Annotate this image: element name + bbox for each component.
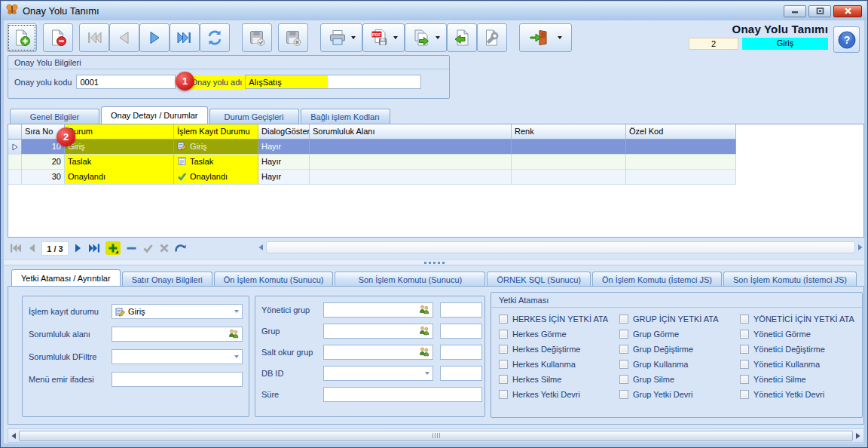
cell-islem-kayit[interactable]: Onaylandı xyxy=(174,170,258,185)
cell-dialog-goster[interactable]: Hayır xyxy=(258,155,310,170)
checkbox-grup-silme[interactable]: Grup Silme xyxy=(619,375,740,384)
col-renk[interactable]: Renk xyxy=(512,124,626,140)
exit-button[interactable] xyxy=(519,23,572,52)
save-button[interactable] xyxy=(242,23,272,52)
checkbox-yonetici-icin-yetki-ata[interactable]: YÖNETİCİ İÇİN YETKİ ATA xyxy=(740,315,859,324)
pdf-export-button[interactable]: PDF xyxy=(362,23,405,52)
import-button[interactable] xyxy=(447,23,477,52)
salt-okur-grup-input[interactable] xyxy=(323,345,433,360)
grid-row-giris[interactable]: 10 Giriş Giriş Hayır xyxy=(8,140,863,155)
scroll-right-icon[interactable] xyxy=(854,431,862,440)
grid-horizontal-scrollbar[interactable] xyxy=(257,240,864,255)
tab-on-islem-komutu-istemci-js[interactable]: Ön İşlem Komutu (İstemci JS) xyxy=(592,272,722,287)
cell-sorumluluk-alani[interactable] xyxy=(310,140,512,155)
grid-row-taslak[interactable]: 20 Taslak Taslak Hayır xyxy=(8,155,863,170)
checkbox-herkes-yetki-devri[interactable]: Herkes Yetki Devri xyxy=(499,390,619,399)
nav-refresh-icon[interactable] xyxy=(175,243,187,253)
delete-record-button[interactable] xyxy=(43,23,73,52)
scroll-track[interactable] xyxy=(266,241,855,253)
cell-durum[interactable]: Giriş xyxy=(65,140,174,155)
col-ozel-kod[interactable]: Özel Kod xyxy=(626,124,736,140)
copy-export-button[interactable] xyxy=(405,23,447,52)
grup-input[interactable] xyxy=(323,324,433,339)
cell-ozel-kod[interactable] xyxy=(626,170,736,185)
checkbox-yonetici-silme[interactable]: Yönetici Silme xyxy=(740,375,859,384)
maximize-button[interactable] xyxy=(808,5,831,17)
sorumluluk-alani-input[interactable] xyxy=(112,327,243,342)
cell-durum[interactable]: Onaylandı xyxy=(65,170,174,185)
checkbox-yonetici-kullanma[interactable]: Yönetici Kullanma xyxy=(740,360,859,369)
cell-islem-kayit[interactable]: Giriş xyxy=(174,140,258,155)
islem-kayit-durumu-combo[interactable]: Giriş xyxy=(112,304,243,319)
scroll-right-icon[interactable] xyxy=(857,243,864,252)
yonetici-grup-id-input[interactable] xyxy=(440,302,482,318)
col-durum[interactable]: Durum xyxy=(65,124,174,140)
tab-son-islem-komutu-sunucu[interactable]: Son İşlem Komutu (Sunucu) xyxy=(335,272,485,287)
tab-genel-bilgiler[interactable]: Genel Bilgiler xyxy=(10,109,99,124)
yonetici-grup-input[interactable] xyxy=(323,302,433,318)
cell-renk[interactable] xyxy=(512,170,626,185)
nav-delete-row-icon[interactable] xyxy=(126,243,137,253)
next-record-button[interactable] xyxy=(139,23,170,52)
checkbox-grup-yetki-devri[interactable]: Grup Yetki Devri xyxy=(619,390,740,399)
tab-son-islem-komutu-istemci-js[interactable]: Son İşlem Komutu (İstemci JS) xyxy=(723,272,857,287)
nav-first-icon[interactable] xyxy=(10,243,22,253)
nav-confirm-icon[interactable] xyxy=(142,243,154,253)
checkbox-grup-degistirme[interactable]: Grup Değiştirme xyxy=(619,345,740,354)
nav-add-row-icon[interactable] xyxy=(105,241,121,255)
tab-onay-detayi-durumlar[interactable]: Onay Detayı / Durumlar xyxy=(101,106,208,124)
tab-bagli-islem-kodlari[interactable]: Bağlı işlem Kodları xyxy=(301,109,390,124)
checkbox-herkes-degistirme[interactable]: Herkes Değiştirme xyxy=(499,345,619,354)
cell-dialog-goster[interactable]: Hayır xyxy=(258,170,310,185)
cell-renk[interactable] xyxy=(512,155,626,170)
users-lookup-icon[interactable] xyxy=(419,305,429,316)
refresh-button[interactable] xyxy=(200,23,230,52)
checkbox-herkes-icin-yetki-ata[interactable]: HERKES İÇİN YETKİ ATA xyxy=(499,315,619,324)
scrollbar-thumb[interactable] xyxy=(19,431,853,441)
panel-splitter[interactable] xyxy=(4,259,864,265)
checkbox-yonetici-degistirme[interactable]: Yönetici Değiştirme xyxy=(740,345,859,354)
salt-okur-grup-id-input[interactable] xyxy=(440,345,482,360)
print-button[interactable] xyxy=(320,23,362,52)
last-record-button[interactable] xyxy=(170,23,200,52)
cell-durum[interactable]: Taslak xyxy=(65,155,174,170)
nav-previous-icon[interactable] xyxy=(27,243,36,253)
sure-input[interactable] xyxy=(323,387,482,402)
tab-on-islem-komutu-sunucu[interactable]: Ön İşlem Komutu (Sunucu) xyxy=(214,272,334,287)
checkbox-herkes-silme[interactable]: Herkes Silme xyxy=(499,375,619,384)
nav-last-icon[interactable] xyxy=(88,243,100,253)
new-record-button[interactable] xyxy=(7,23,37,52)
cell-ozel-kod[interactable] xyxy=(626,155,736,170)
first-record-button[interactable] xyxy=(79,23,109,52)
menu-emir-ifadesi-input[interactable] xyxy=(112,372,243,387)
nav-next-icon[interactable] xyxy=(74,243,83,253)
grid-row-onaylandi[interactable]: 30 Onaylandı Onaylandı Hayır xyxy=(8,170,863,185)
checkbox-grup-gorme[interactable]: Grup Görme xyxy=(619,330,740,339)
settings-button[interactable] xyxy=(477,23,507,52)
users-lookup-icon[interactable] xyxy=(419,347,429,358)
col-islem-kayit-durumu[interactable]: İşlem Kayıt Durumu xyxy=(174,124,258,140)
scroll-left-icon[interactable] xyxy=(257,243,264,252)
cell-islem-kayit[interactable]: Taslak xyxy=(174,155,258,170)
nav-cancel-icon[interactable] xyxy=(159,243,170,253)
cell-sira-no[interactable]: 20 xyxy=(22,155,65,170)
save-cancel-button[interactable] xyxy=(278,23,308,52)
tab-durum-gecisleri[interactable]: Durum Geçişleri xyxy=(209,109,299,124)
checkbox-herkes-gorme[interactable]: Herkes Görme xyxy=(499,330,619,339)
scroll-left-icon[interactable] xyxy=(10,431,17,440)
cell-sorumluluk-alani[interactable] xyxy=(310,170,512,185)
window-horizontal-scrollbar[interactable] xyxy=(8,428,864,443)
sorumluluk-dfiltre-combo[interactable] xyxy=(112,349,243,364)
tab-ornek-sql-sunucu[interactable]: ÖRNEK SQL (Sunucu) xyxy=(487,272,590,287)
col-dialog-goster[interactable]: DialogGöster xyxy=(258,124,310,140)
checkbox-grup-icin-yetki-ata[interactable]: GRUP İÇİN YETKİ ATA xyxy=(619,315,740,324)
tab-satir-onayi-bilgileri[interactable]: Satır Onayı Bilgileri xyxy=(122,272,212,287)
cell-ozel-kod[interactable] xyxy=(626,140,736,155)
cell-sorumluluk-alani[interactable] xyxy=(310,155,512,170)
checkbox-grup-kullanma[interactable]: Grup Kullanma xyxy=(619,360,740,369)
minimize-button[interactable] xyxy=(784,5,806,17)
close-button[interactable] xyxy=(833,5,862,17)
onay-yolu-adi-input[interactable] xyxy=(245,75,421,89)
checkbox-yonetici-gorme[interactable]: Yönetici Görme xyxy=(740,330,859,339)
checkbox-herkes-kullanma[interactable]: Herkes Kullanma xyxy=(499,360,619,369)
